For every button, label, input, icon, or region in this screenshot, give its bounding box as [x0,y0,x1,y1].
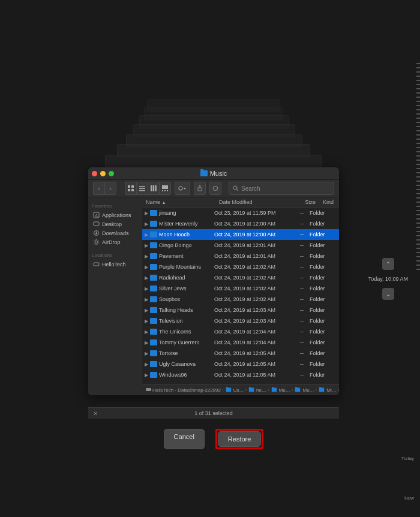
svg-rect-13 [167,190,168,191]
svg-rect-3 [131,189,134,191]
file-name: Tortoise [159,350,178,356]
table-row[interactable]: ▶SoupboxOct 24, 2019 at 12:02 AM--Folder [142,294,339,305]
view-column-button[interactable] [148,182,159,195]
file-kind: Folder [306,350,339,356]
file-size: -- [283,242,306,248]
svg-rect-7 [151,185,152,191]
back-button[interactable]: ‹ [93,182,104,195]
table-row[interactable]: ▶Tommy GuerreroOct 24, 2019 at 12:04 AM-… [142,337,339,348]
svg-rect-5 [139,188,145,190]
file-kind: Folder [306,318,339,324]
table-row[interactable]: ▶Talking HeadsOct 24, 2019 at 12:03 AM--… [142,305,339,315]
disclosure-icon[interactable]: ▶ [145,340,148,345]
col-size[interactable]: Size [292,197,319,207]
sidebar-item-applications[interactable]: A Applications [92,211,139,220]
view-list-button[interactable] [136,182,148,195]
svg-rect-9 [155,185,157,191]
file-date: Oct 24, 2019 at 12:01 AM [211,242,283,248]
file-size: -- [283,210,306,216]
zoom-button[interactable] [109,171,114,176]
svg-point-14 [179,187,182,190]
svg-rect-10 [162,185,168,189]
svg-rect-12 [164,190,166,191]
svg-text:A: A [95,214,98,218]
timeline-ticks[interactable] [416,60,420,505]
file-kind: Folder [306,275,339,281]
table-row[interactable]: ▶Mister HeavenlyOct 24, 2019 at 12:00 AM… [142,218,339,229]
disclosure-icon[interactable]: ▶ [145,232,148,238]
forward-button[interactable]: › [104,182,116,195]
svg-rect-11 [162,190,163,191]
deselect-button[interactable]: ✕ [93,410,98,417]
restore-highlight: Restore [215,429,264,449]
path-segment[interactable]: Us… [233,387,244,393]
disclosure-icon[interactable]: ▶ [145,254,148,259]
col-date[interactable]: Date Modified [215,197,292,207]
disclosure-icon[interactable]: ▶ [145,362,148,367]
table-row[interactable]: ▶TelevisionOct 24, 2019 at 12:03 AM--Fol… [142,315,339,326]
view-icon-button[interactable] [125,182,136,195]
tags-button[interactable] [209,182,221,195]
file-name: Ugly Casanova [159,361,196,367]
table-row[interactable]: ▶Windows96Oct 24, 2019 at 12:05 AM--Fold… [142,369,339,380]
disclosure-icon[interactable]: ▶ [145,372,148,378]
table-row[interactable]: ▶jinsangOct 23, 2019 at 11:59 PM--Folder [142,208,339,218]
sidebar-item-hellotech[interactable]: HelloTech [92,260,139,269]
disclosure-icon[interactable]: ▶ [145,297,148,302]
view-gallery-button[interactable] [159,182,171,195]
disclosure-icon[interactable]: ▶ [145,308,148,313]
file-name: Oingo Boingo [159,242,192,248]
disclosure-icon[interactable]: ▶ [145,275,148,281]
path-segment[interactable]: Mu… [302,387,314,393]
file-date: Oct 24, 2019 at 12:00 AM [211,221,283,227]
path-segment[interactable]: HelloTech - Data@snap-222992 [152,387,221,393]
disclosure-icon[interactable]: ▶ [145,286,148,291]
table-row[interactable]: ▶The UnicornsOct 24, 2019 at 12:04 AM--F… [142,326,339,337]
disclosure-icon[interactable]: ▶ [145,329,148,335]
sidebar-item-airdrop[interactable]: AirDrop [92,238,139,247]
disclosure-icon[interactable]: ▶ [145,221,148,227]
table-row[interactable]: ▶Moon HoochOct 24, 2019 at 12:00 AM--Fol… [142,229,339,240]
timeline-down-button[interactable]: ⌄ [382,288,394,300]
table-row[interactable]: ▶Oingo BoingoOct 24, 2019 at 12:01 AM--F… [142,240,339,251]
svg-rect-0 [128,185,130,188]
sidebar-item-label: Desktop [102,221,122,227]
cancel-button[interactable]: Cancel [164,429,205,449]
table-row[interactable]: ▶Ugly CasanovaOct 24, 2019 at 12:05 AM--… [142,359,339,369]
path-segment[interactable]: Mu… [279,387,290,393]
folder-icon [295,388,300,392]
svg-point-17 [233,186,237,190]
path-bar[interactable]: HelloTech - Data@snap-222992›Us…›he…›Mu…… [142,384,339,395]
folder-icon [226,388,230,392]
restore-button[interactable]: Restore [218,431,262,447]
table-row[interactable]: ▶Purple MountainsOct 24, 2019 at 12:02 A… [142,261,339,272]
table-row[interactable]: ▶RadioheadOct 24, 2019 at 12:02 AM--Fold… [142,272,339,283]
folder-icon [150,264,157,270]
file-kind: Folder [306,307,339,313]
disclosure-icon[interactable]: ▶ [145,318,148,324]
table-row[interactable]: ▶PavementOct 24, 2019 at 12:01 AM--Folde… [142,251,339,261]
disclosure-icon[interactable]: ▶ [145,211,148,216]
column-headers: Name ▲ Date Modified Size Kind [142,197,339,208]
sidebar-item-downloads[interactable]: Downloads [92,229,139,238]
timeline-up-button[interactable]: ⌃ [382,258,394,270]
disclosure-icon[interactable]: ▶ [145,243,148,248]
disclosure-icon[interactable]: ▶ [145,264,148,270]
col-name[interactable]: Name ▲ [142,197,215,207]
table-row[interactable]: ▶TortoiseOct 24, 2019 at 12:05 AM--Folde… [142,348,339,359]
close-button[interactable] [92,171,97,176]
file-name: jinsang [159,210,176,216]
file-size: -- [283,307,306,313]
search-field[interactable]: Search [229,182,334,195]
minimize-button[interactable] [100,171,106,176]
path-segment[interactable]: he… [256,387,266,393]
table-row[interactable]: ▶Silver JewsOct 24, 2019 at 12:02 AM--Fo… [142,283,339,294]
share-button[interactable] [194,182,206,195]
col-kind[interactable]: Kind [319,197,339,207]
path-segment[interactable]: Mi… [326,387,336,393]
disclosure-icon[interactable]: ▶ [145,351,148,356]
search-icon [233,185,239,191]
sidebar-item-desktop[interactable]: Desktop [92,220,139,229]
folder-icon [319,388,324,392]
action-menu-button[interactable] [175,182,190,195]
